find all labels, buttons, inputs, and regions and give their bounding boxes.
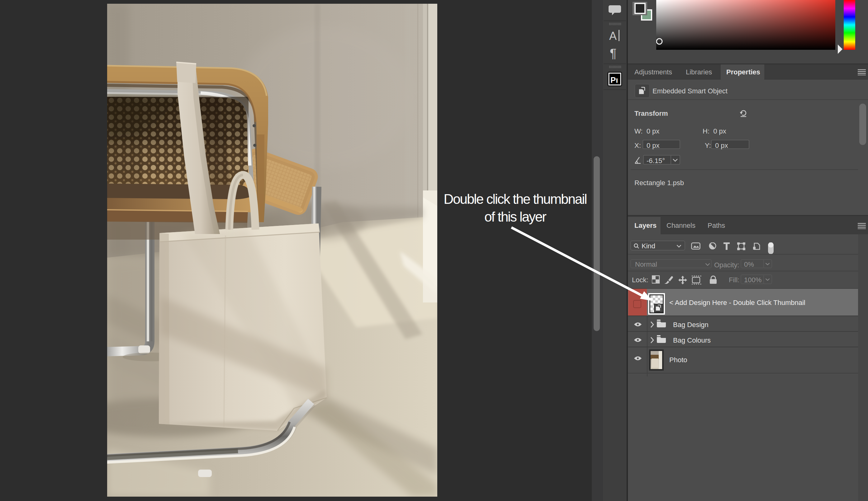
svg-text:¶: ¶ bbox=[610, 46, 616, 60]
svg-text:A: A bbox=[609, 30, 617, 42]
svg-text:Pı: Pı bbox=[610, 75, 618, 85]
